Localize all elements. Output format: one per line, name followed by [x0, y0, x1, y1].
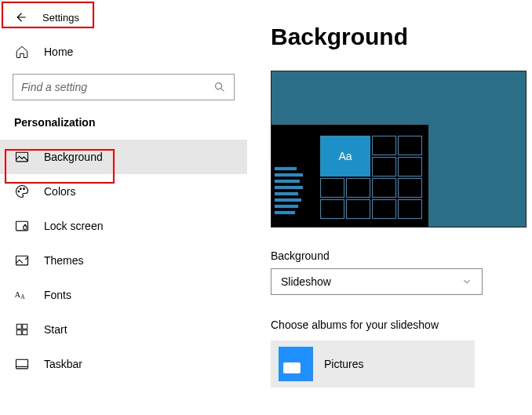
sidebar-item-start[interactable]: Start [0, 312, 247, 347]
sidebar-item-label: Home [44, 46, 73, 58]
search-icon [213, 81, 226, 93]
picture-icon [14, 149, 30, 165]
section-title: Personalization [0, 108, 247, 140]
svg-text:A: A [20, 293, 25, 300]
svg-point-4 [24, 188, 25, 190]
background-dropdown[interactable]: Slideshow [271, 268, 483, 295]
album-item[interactable]: Pictures [271, 340, 475, 388]
page-title: Background [271, 24, 527, 50]
album-name: Pictures [324, 358, 364, 370]
background-label: Background [271, 249, 527, 262]
svg-rect-11 [23, 324, 27, 329]
fonts-icon: AA [14, 287, 30, 303]
sidebar-item-label: Colors [44, 185, 75, 198]
svg-rect-10 [16, 324, 21, 329]
back-button[interactable] [6, 3, 35, 31]
svg-point-0 [216, 83, 222, 89]
sidebar-item-taskbar[interactable]: Taskbar [0, 347, 247, 381]
sidebar-item-label: Taskbar [44, 358, 82, 370]
sidebar-item-label: Start [44, 323, 67, 336]
search-input[interactable] [21, 81, 213, 93]
sidebar-item-colors[interactable]: Colors [0, 174, 247, 209]
album-section-label: Choose albums for your slideshow [271, 319, 527, 331]
sidebar-item-background[interactable]: Background [0, 140, 247, 174]
sidebar-item-label: Lock screen [44, 220, 103, 232]
taskbar-icon [14, 356, 30, 372]
sidebar-item-label: Themes [44, 254, 84, 267]
sidebar-item-fonts[interactable]: AA Fonts [0, 278, 247, 312]
svg-point-2 [18, 191, 20, 192]
window-title: Settings [35, 12, 79, 24]
preview-sample-text: Aa [320, 136, 370, 177]
svg-rect-13 [23, 330, 27, 335]
lockscreen-icon [14, 218, 30, 234]
svg-rect-1 [16, 152, 28, 162]
sidebar-item-themes[interactable]: Themes [0, 243, 247, 278]
background-preview: Aa [271, 71, 527, 228]
dropdown-value: Slideshow [281, 275, 331, 288]
sidebar-item-label: Background [44, 151, 103, 163]
svg-rect-6 [24, 226, 27, 229]
svg-point-3 [20, 188, 22, 190]
sidebar-item-label: Fonts [44, 289, 71, 301]
svg-rect-12 [16, 330, 21, 335]
palette-icon [14, 184, 30, 199]
sidebar-item-home[interactable]: Home [0, 35, 247, 69]
home-icon [14, 44, 30, 60]
svg-rect-7 [16, 256, 28, 265]
themes-icon [14, 253, 30, 268]
folder-thumbnail-icon [279, 347, 313, 381]
sidebar-item-lockscreen[interactable]: Lock screen [0, 209, 247, 243]
start-icon [14, 322, 30, 337]
back-arrow-icon [13, 10, 27, 24]
chevron-down-icon [461, 276, 472, 287]
search-box[interactable] [13, 74, 235, 100]
svg-rect-14 [16, 359, 28, 369]
